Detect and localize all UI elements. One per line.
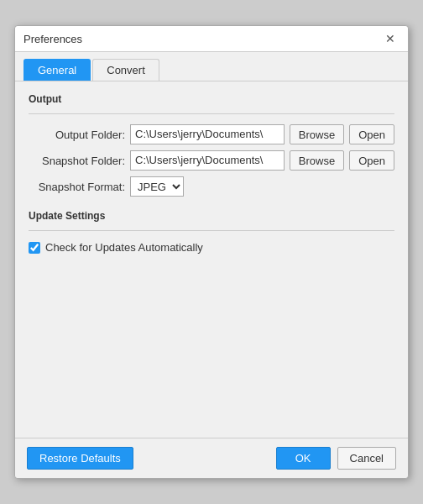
snapshot-format-row: Snapshot Format: JPEG PNG BMP — [29, 176, 394, 197]
output-divider — [29, 113, 394, 114]
output-folder-input[interactable]: C:\Users\jerry\Documents\ — [130, 124, 285, 144]
check-updates-checkbox[interactable] — [29, 242, 40, 254]
cancel-button[interactable]: Cancel — [337, 447, 396, 470]
output-folder-open-button[interactable]: Open — [349, 124, 394, 144]
ok-button[interactable]: OK — [276, 447, 331, 470]
snapshot-folder-label: Snapshot Folder: — [29, 155, 125, 167]
footer-right: OK Cancel — [276, 447, 396, 470]
title-bar: Preferences ✕ — [15, 26, 408, 52]
output-folder-browse-button[interactable]: Browse — [290, 124, 344, 144]
snapshot-folder-browse-button[interactable]: Browse — [290, 150, 344, 171]
tabs-container: General Convert — [15, 52, 408, 81]
snapshot-folder-input[interactable]: C:\Users\jerry\Documents\ — [130, 150, 285, 171]
snapshot-folder-open-button[interactable]: Open — [349, 150, 394, 171]
restore-defaults-button[interactable]: Restore Defaults — [27, 447, 133, 470]
output-section-title: Output — [29, 93, 394, 107]
update-divider — [29, 230, 394, 231]
tab-convert[interactable]: Convert — [92, 59, 159, 81]
check-updates-row: Check for Updates Automatically — [29, 241, 394, 254]
footer: Restore Defaults OK Cancel — [15, 438, 408, 478]
preferences-dialog: Preferences ✕ General Convert Output Out… — [14, 25, 409, 479]
close-button[interactable]: ✕ — [381, 31, 400, 46]
dialog-title: Preferences — [24, 33, 82, 45]
snapshot-folder-row: Snapshot Folder: C:\Users\jerry\Document… — [29, 150, 394, 171]
update-section: Update Settings Check for Updates Automa… — [29, 210, 394, 254]
snapshot-format-label: Snapshot Format: — [29, 181, 125, 193]
check-updates-label: Check for Updates Automatically — [45, 241, 203, 254]
tab-general[interactable]: General — [24, 59, 91, 81]
snapshot-format-select[interactable]: JPEG PNG BMP — [130, 176, 184, 197]
output-section: Output Output Folder: C:\Users\jerry\Doc… — [29, 93, 394, 197]
output-folder-row: Output Folder: C:\Users\jerry\Documents\… — [29, 124, 394, 144]
tab-content: Output Output Folder: C:\Users\jerry\Doc… — [15, 81, 408, 438]
update-section-title: Update Settings — [29, 210, 394, 223]
output-folder-label: Output Folder: — [29, 129, 125, 141]
